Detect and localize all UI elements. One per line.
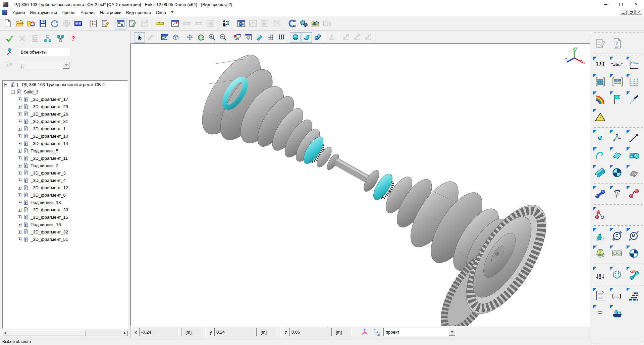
- tree-vertical-button[interactable]: [56, 34, 65, 43]
- tree-item[interactable]: _3D_фрагмент_3: [3, 169, 127, 177]
- tree-item[interactable]: Solid_3: [3, 88, 127, 95]
- sheet-gray-button[interactable]: [626, 166, 641, 179]
- scrollbar-thumb[interactable]: [8, 330, 86, 336]
- warning-button[interactable]: !: [593, 110, 607, 123]
- ucs-pick-button[interactable]: [372, 328, 381, 337]
- document-lines-button[interactable]: [593, 289, 607, 302]
- x-value-field[interactable]: -0.24: [139, 328, 179, 336]
- bearing-box-button[interactable]: [609, 247, 624, 260]
- tree-item[interactable]: _3D_фрагмент_32: [3, 228, 127, 235]
- joint-fork-button[interactable]: [609, 187, 624, 200]
- fit-view-button[interactable]: [159, 32, 170, 43]
- rainbow-button[interactable]: [593, 92, 607, 106]
- object-filter-input[interactable]: [19, 48, 70, 56]
- expand-icon[interactable]: [18, 230, 21, 234]
- open-file-button[interactable]: [13, 18, 25, 29]
- solids-button[interactable]: [626, 148, 641, 162]
- collapse-icon[interactable]: [4, 83, 8, 86]
- tree-horizontal-scrollbar[interactable]: [2, 330, 128, 336]
- expand-icon[interactable]: [18, 164, 21, 167]
- m-marker-button[interactable]: M: [626, 229, 641, 243]
- expand-icon[interactable]: [18, 127, 21, 131]
- splash-button[interactable]: [593, 229, 607, 243]
- tree-item[interactable]: Подшипник_16: [3, 221, 127, 228]
- tree-item[interactable]: _3D_фрагмент_17: [3, 95, 127, 103]
- tree-item[interactable]: [_ РД-336-103 Турбонасосный агрегат СБ-2…: [3, 81, 127, 88]
- tree-item[interactable]: Подшипник_13: [3, 199, 127, 206]
- menu-8[interactable]: ?: [168, 9, 175, 16]
- expand-icon[interactable]: [18, 179, 21, 182]
- grid-select-button[interactable]: [31, 34, 40, 43]
- balance-circle-button[interactable]: [609, 166, 624, 179]
- menu-2[interactable]: Инструменты: [27, 9, 59, 16]
- select-button[interactable]: [134, 32, 145, 43]
- collapse-icon[interactable]: [11, 90, 15, 94]
- expand-icon[interactable]: [18, 149, 21, 153]
- expand-icon[interactable]: [18, 156, 21, 160]
- mdi-restore-button[interactable]: [628, 10, 635, 15]
- tree-horizontal-button[interactable]: [43, 34, 52, 43]
- expand-icon[interactable]: [18, 201, 21, 204]
- sphere-window-button[interactable]: [235, 18, 247, 29]
- matrix-large-button[interactable]: [609, 75, 624, 88]
- folder-gears-button[interactable]: [309, 18, 321, 29]
- curve-hook-button[interactable]: [593, 148, 607, 162]
- axes-button[interactable]: [609, 131, 624, 144]
- mdi-minimize-button[interactable]: [620, 10, 627, 15]
- menu-4[interactable]: Анализ: [78, 9, 98, 16]
- point-button[interactable]: [593, 131, 607, 144]
- flag-button[interactable]: [609, 92, 624, 106]
- mdi-close-button[interactable]: ×: [635, 10, 642, 15]
- tree-item[interactable]: _3D_фрагмент_10: [3, 132, 127, 140]
- scroll-right-button[interactable]: [122, 330, 128, 336]
- mass-combo[interactable]: [ ]: [19, 61, 70, 69]
- rocket-button[interactable]: [626, 92, 641, 106]
- menu-3[interactable]: Проект: [59, 9, 78, 16]
- dumbbell-button[interactable]: [593, 187, 607, 200]
- equals-button[interactable]: =: [593, 306, 607, 320]
- expand-icon[interactable]: [18, 112, 21, 116]
- person-hourglass-button[interactable]: [220, 18, 231, 29]
- ucs-button[interactable]: [360, 328, 369, 337]
- tree-item[interactable]: _3D_фрагмент_29: [3, 103, 127, 110]
- tree-item[interactable]: _3D_фрагмент_15: [3, 213, 127, 221]
- gears-button[interactable]: [298, 18, 309, 29]
- tree-item[interactable]: _3D_фрагмент_26: [3, 110, 127, 118]
- display-options-button[interactable]: [243, 32, 254, 43]
- 3d-viewport[interactable]: Y X Z: [130, 44, 590, 326]
- pan-button[interactable]: [184, 32, 195, 43]
- bar-chart-button[interactable]: [626, 75, 641, 88]
- new-document-button[interactable]: [2, 18, 13, 29]
- pipes-button[interactable]: [593, 166, 607, 179]
- numeric-table-button[interactable]: 123: [593, 58, 607, 71]
- expand-icon[interactable]: [18, 171, 21, 175]
- maximize-button[interactable]: [613, 0, 629, 9]
- project-tree-button[interactable]: [115, 18, 126, 29]
- apply-check-button[interactable]: [5, 34, 14, 43]
- marker-window-button[interactable]: [169, 18, 181, 29]
- pie-circle-button[interactable]: [626, 247, 641, 260]
- shaded-view-button[interactable]: [290, 32, 301, 43]
- heat-dumbbell-button[interactable]: [626, 268, 641, 281]
- expand-icon[interactable]: [18, 193, 21, 197]
- expand-icon[interactable]: [18, 120, 21, 123]
- mass-combo-arrow-button[interactable]: [63, 62, 69, 69]
- menu-7[interactable]: Окно: [154, 9, 168, 16]
- minimize-button[interactable]: [598, 0, 613, 9]
- menu-6[interactable]: Вид проекта: [124, 9, 154, 16]
- bell-button[interactable]: [593, 247, 607, 260]
- coordinate-system-combo[interactable]: проект: [383, 328, 456, 336]
- view-settings-button[interactable]: [231, 32, 243, 43]
- surface-button[interactable]: [609, 148, 624, 162]
- zoom-out-button[interactable]: [217, 32, 228, 43]
- save-button[interactable]: [37, 18, 49, 29]
- curve-chart-button[interactable]: [626, 58, 641, 71]
- ruler-button[interactable]: [154, 18, 165, 29]
- tree-item[interactable]: _3D_фрагмент_31: [3, 118, 127, 125]
- expand-icon[interactable]: [18, 223, 21, 226]
- menu-5[interactable]: Настройки: [98, 9, 124, 16]
- expand-icon[interactable]: [18, 97, 21, 101]
- scroll-left-button[interactable]: [2, 330, 8, 336]
- y-value-field[interactable]: 0.24: [214, 328, 254, 336]
- view-cube-button[interactable]: [170, 32, 181, 43]
